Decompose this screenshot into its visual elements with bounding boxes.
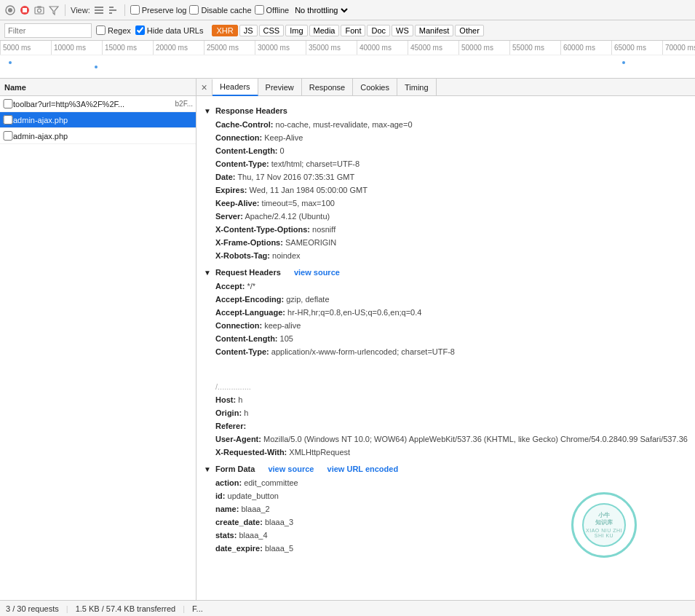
form-data-row: create_date: blaaa_3 [204,516,688,529]
timeline-content [0,55,695,79]
throttle-select[interactable]: No throttling [292,5,350,15]
details-panel: × HeadersPreviewResponseCookiesTiming ▼R… [196,79,695,600]
data-transferred: 1.5 KB / 57.4 KB transferred [76,604,176,613]
response-header-row: Date: Thu, 17 Nov 2016 07:35:31 GMT [204,170,688,183]
view-label: View: [71,6,90,15]
svg-rect-12 [109,9,116,11]
type-btn-media[interactable]: Media [309,25,340,36]
request-header-row: Content-Type: application/x-www-form-url… [204,345,688,358]
timeline-tick: 15000 ms [102,41,153,55]
timeline-dot-2 [95,66,98,68]
type-btn-img[interactable]: Img [285,25,307,36]
close-button[interactable]: × [196,79,213,95]
details-tab-headers[interactable]: Headers [213,79,258,96]
type-btn-ws[interactable]: WS [392,25,413,36]
details-content: ▼Response HeadersCache-Control: no-cache… [196,96,695,600]
type-btn-font[interactable]: Font [341,25,365,36]
hide-data-urls-checkbox[interactable] [135,25,145,35]
status-extra: F... [192,604,203,613]
form-data-section-title[interactable]: ▼Form Data view source view URL encoded [204,465,688,473]
form-data-row: id: update_button [204,489,688,502]
timeline: 5000 ms10000 ms15000 ms20000 ms25000 ms3… [0,41,695,79]
type-btn-other[interactable]: Other [455,25,484,36]
details-tabs: × HeadersPreviewResponseCookiesTiming [196,79,695,96]
response-header-row: Connection: Keep-Alive [204,131,688,144]
offline-label: Offline [266,6,290,15]
regex-checkbox[interactable] [96,25,106,35]
request-checkbox[interactable] [3,99,13,108]
request-item[interactable]: admin-ajax.php [0,112,196,128]
type-btn-css[interactable]: CSS [259,25,285,36]
requests-count: 3 / 30 requests [6,604,59,613]
timeline-tick: 35000 ms [306,41,357,55]
timeline-tick: 20000 ms [153,41,204,55]
preserve-log-group: Preserve log [130,5,187,15]
hide-data-urls-group: Hide data URLs [135,25,204,35]
filter-icon[interactable] [48,4,60,16]
regex-label: Regex [108,26,131,35]
details-tab-preview[interactable]: Preview [258,79,302,96]
request-checkbox[interactable] [3,115,13,125]
disable-cache-label: Disable cache [201,6,251,15]
camera-icon[interactable] [33,4,45,16]
type-btn-xhr[interactable]: XHR [212,25,237,36]
offline-checkbox[interactable] [255,5,264,15]
request-status: b2F... [167,100,193,108]
svg-rect-10 [95,12,103,14]
request-name: admin-ajax.php [13,132,167,141]
svg-rect-4 [35,7,44,14]
request-header-row: Content-Length: 105 [204,332,688,345]
response-headers-section-title[interactable]: ▼Response Headers [204,106,688,115]
form-data-row: stats: blaaa_4 [204,529,688,542]
request-header-row-cont: X-Requested-With: XMLHttpRequest [204,446,688,459]
request-header-row: Accept-Encoding: gzip, deflate [204,293,688,306]
hide-data-urls-label: Hide data URLs [147,26,204,35]
preserve-log-checkbox[interactable] [130,5,140,15]
timeline-tick: 45000 ms [408,41,458,55]
status-bar: 3 / 30 requests | 1.5 KB / 57.4 KB trans… [0,600,695,616]
list-view-icon[interactable] [93,4,105,16]
details-tab-response[interactable]: Response [302,79,354,96]
details-tab-timing[interactable]: Timing [397,79,437,96]
requests-panel: Name toolbar?url=http%3A%2F%2F... b2F...… [0,79,196,600]
disable-cache-group: Disable cache [189,5,251,15]
details-tab-cookies[interactable]: Cookies [353,79,397,96]
type-btn-doc[interactable]: Doc [367,25,390,36]
filter-bar: Regex Hide data URLs XHRJSCSSImgMediaFon… [0,20,695,41]
response-header-row: X-Content-Type-Options: nosniff [204,223,688,236]
request-header-row: Accept-Language: hr-HR,hr;q=0.8,en-US;q=… [204,306,688,319]
request-header-row-cont: User-Agent: Mozilla/5.0 (Windows NT 10.0… [204,433,688,446]
request-item[interactable]: admin-ajax.php [0,128,196,144]
response-header-row: X-Robots-Tag: noindex [204,249,688,262]
response-header-row: Expires: Wed, 11 Jan 1984 05:00:00 GMT [204,183,688,197]
svg-rect-8 [95,7,103,8]
timeline-tick: 40000 ms [357,41,408,55]
request-headers-section-title[interactable]: ▼Request Headers view source [204,268,688,277]
svg-point-5 [38,9,41,12]
timeline-tick: 10000 ms [51,41,102,55]
request-item[interactable]: toolbar?url=http%3A%2F%2F... b2F... [0,96,196,112]
disable-cache-checkbox[interactable] [189,5,199,15]
timeline-tick: 55000 ms [509,41,560,55]
timeline-tick: 50000 ms [458,41,509,55]
separator [65,4,65,16]
response-header-row: Content-Length: 0 [204,144,688,157]
offline-group: Offline [255,5,290,15]
form-data-row: date_expire: blaaa_5 [204,542,688,555]
svg-rect-3 [23,8,27,12]
waterfall-view-icon[interactable] [108,4,119,16]
type-btn-js[interactable]: JS [239,25,258,36]
timeline-tick: 5000 ms [0,41,51,55]
request-name: toolbar?url=http%3A%2F%2F... [13,100,167,108]
stop-icon[interactable] [19,4,31,16]
timeline-tick: 60000 ms [560,41,611,55]
toolbar: View: Preserve log Disable cache Offline… [0,0,695,20]
svg-rect-13 [109,12,112,14]
requests-header: Name [0,79,196,96]
response-header-row: Cache-Control: no-cache, must-revalidate… [204,118,688,131]
filter-input[interactable] [4,23,92,38]
type-btn-manifest[interactable]: Manifest [415,25,454,36]
form-data-row: action: edit_committee [204,476,688,489]
record-icon[interactable] [4,4,16,16]
request-checkbox[interactable] [3,131,13,141]
